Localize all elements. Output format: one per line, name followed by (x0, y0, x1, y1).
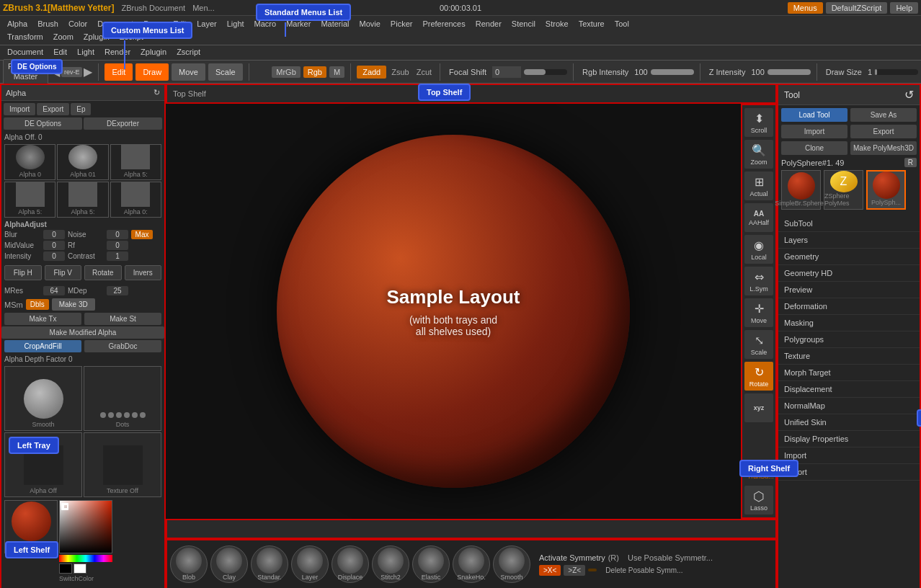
move-button[interactable]: Move (172, 63, 205, 81)
local-button[interactable]: ◉ Local (744, 235, 773, 264)
color-gradient[interactable] (59, 500, 112, 553)
midvalue-value[interactable]: 0 (43, 241, 65, 250)
z-axis-button[interactable]: >Z< (564, 565, 585, 576)
zadd-button[interactable]: Zadd (357, 66, 386, 79)
make-modified-alpha-button[interactable]: Make Modified Alpha (1, 326, 164, 339)
rgb-intensity-slider[interactable] (651, 69, 694, 75)
x-axis-button[interactable]: >X< (539, 565, 561, 576)
actual-button[interactable]: ⊞ Actual (744, 172, 773, 200)
displacement-section[interactable]: Displacement (778, 381, 920, 398)
intensity-value[interactable]: 0 (43, 251, 65, 261)
tool-thumb-sphere1[interactable]: SimpleBr.Sphere3 (781, 170, 821, 210)
edit-button[interactable]: Edit (104, 63, 133, 81)
menu-c-zscript[interactable]: Zscript (172, 46, 205, 58)
de-options-button[interactable]: DE Options (4, 117, 82, 130)
standard-brush[interactable]: Standar. (251, 545, 288, 583)
import-tool-button[interactable]: Import (781, 125, 847, 138)
smooth-brush-thumb[interactable]: Smooth (4, 366, 82, 431)
menu-render[interactable]: Render (471, 18, 506, 30)
color-swatch-white[interactable] (74, 564, 86, 574)
layers-section[interactable]: Layers (778, 232, 920, 249)
default-script-button[interactable]: DefaultZScript (826, 2, 888, 14)
menu-transform[interactable]: Transform (3, 31, 48, 43)
right-tray-refresh-icon[interactable]: ↺ (904, 88, 914, 102)
menu-tool[interactable]: Tool (610, 18, 633, 30)
menu-c-edit[interactable]: Edit (49, 46, 71, 58)
displace-brush[interactable]: Displace (332, 545, 369, 583)
r-button[interactable]: R (904, 158, 917, 167)
alpha-thumb-1[interactable]: Alpha 01 (57, 144, 108, 180)
aahalf-button[interactable]: AA AAHalf (744, 203, 773, 232)
move-shelf-button[interactable]: ✛ Move (744, 298, 773, 327)
menu-preferences[interactable]: Preferences (418, 18, 469, 30)
export-tool-button[interactable]: Export (850, 125, 917, 138)
load-tool-button[interactable]: Load Tool (781, 108, 847, 122)
alpha-thumb-5[interactable]: Alpha 0: (110, 182, 161, 218)
menu-label[interactable]: Men... (192, 4, 215, 12)
layer-brush[interactable]: Layer (291, 545, 329, 583)
menu-layer[interactable]: Layer (192, 18, 221, 30)
refresh-icon[interactable]: ↻ (154, 88, 160, 97)
scale-button[interactable]: Scale (208, 63, 243, 81)
mres-value[interactable]: 64 (43, 286, 65, 295)
menu-picker[interactable]: Picker (386, 18, 417, 30)
flip-h-button[interactable]: Flip H (4, 265, 42, 280)
lsym-button[interactable]: ⇔ L.Sym (744, 267, 773, 295)
clay-brush[interactable]: Clay (210, 545, 248, 583)
focal-shift-slider[interactable] (524, 69, 567, 75)
draw-button[interactable]: Draw (135, 63, 169, 81)
tool-thumb-zsphere[interactable]: Z ZSphere PolyMes (824, 170, 863, 210)
menu-brush[interactable]: Brush (33, 18, 63, 30)
xyz-button[interactable]: xyz (744, 393, 773, 422)
masking-section[interactable]: Masking (778, 315, 920, 331)
color-hue-bar[interactable] (59, 555, 112, 562)
display-properties-section[interactable]: Display Properties (778, 431, 920, 447)
noise-value[interactable]: 0 (107, 230, 128, 239)
clone-button[interactable]: Clone (781, 141, 847, 155)
grab-doc-button[interactable]: GrabDoc (84, 340, 161, 352)
menu-c-document[interactable]: Document (3, 46, 48, 58)
texture-section[interactable]: Texture (778, 348, 920, 365)
rotate-button[interactable]: Rotate (84, 265, 122, 280)
subtool-section[interactable]: SubTool (778, 215, 920, 232)
menu-stencil[interactable]: Stencil (507, 18, 540, 30)
tool-thumb-polysph[interactable]: PolySph... (866, 170, 906, 210)
flip-v-button[interactable]: Flip V (45, 265, 82, 280)
dbls-button[interactable]: Dbls (26, 299, 49, 310)
make-tx-button[interactable]: Make Tx (4, 313, 81, 325)
alpha-thumb-2[interactable]: Alpha 5: (110, 144, 161, 180)
collapse-icon[interactable]: ▶ (84, 65, 92, 79)
scroll-button[interactable]: ⬍ Scroll (744, 108, 773, 137)
alpha-thumb-4[interactable]: Alpha 5: (57, 182, 108, 218)
export-button[interactable]: Export (37, 103, 69, 115)
scale-shelf-button[interactable]: ⤡ Scale (744, 330, 773, 359)
menu-stroke[interactable]: Stroke (541, 18, 573, 30)
smooth-brush[interactable]: Smooth (493, 545, 530, 583)
make3d-button[interactable]: Make 3D (52, 298, 95, 311)
deformation-section[interactable]: Deformation (778, 298, 920, 315)
draw-size-slider[interactable] (875, 69, 918, 75)
texture-off-thumb[interactable]: Texture Off (84, 432, 161, 497)
m-button[interactable]: M (329, 66, 344, 78)
import-button[interactable]: Import (4, 103, 35, 115)
menu-c-render[interactable]: Render (100, 46, 135, 58)
focal-shift-input[interactable] (492, 66, 521, 78)
mrgb-button[interactable]: MrGb (272, 66, 301, 78)
save-as-button[interactable]: Save As (850, 108, 917, 122)
rf-value[interactable]: 0 (107, 241, 128, 250)
stitch2-brush[interactable]: Stitch2 (372, 545, 409, 583)
alpha-thumb-3[interactable]: Alpha 5: (4, 182, 55, 218)
lasso-button[interactable]: ⬡ Lasso (744, 486, 773, 514)
alpha-thumb-0[interactable]: Alpha 0 (4, 144, 55, 180)
canvas-main[interactable]: Sample Layout (with both trays and all s… (166, 104, 741, 519)
menu-texture[interactable]: Texture (574, 18, 609, 30)
snakehook-brush[interactable]: SnakeHo. (453, 545, 490, 583)
mdep-value[interactable]: 25 (107, 286, 128, 295)
make-st-button[interactable]: Make St (84, 313, 161, 325)
ep-button[interactable]: Ep (71, 103, 91, 115)
dots-brush-thumb[interactable]: Dots (84, 366, 161, 431)
preview-section[interactable]: Preview (778, 282, 920, 298)
help-button[interactable]: Help (890, 2, 918, 14)
sym-extra-button[interactable] (588, 569, 597, 571)
rgb-button[interactable]: Rgb (303, 66, 326, 78)
